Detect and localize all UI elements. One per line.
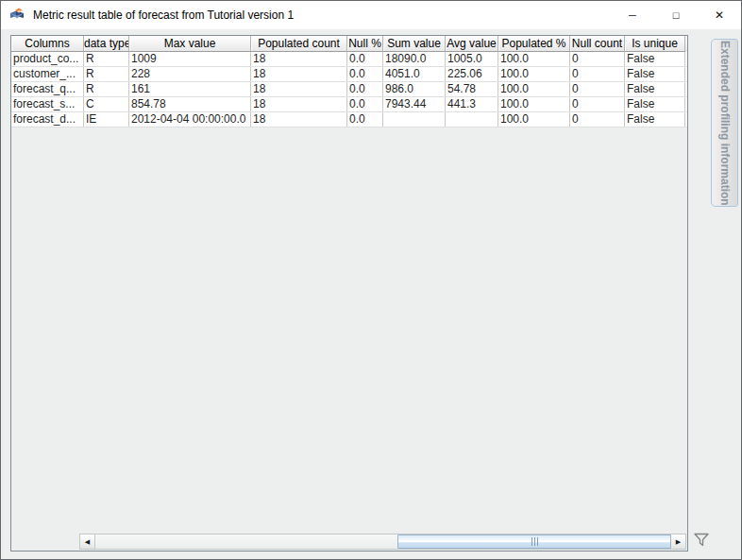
table-cell: 0.0 <box>347 67 383 81</box>
window-controls: ─ □ ✕ <box>611 1 741 29</box>
window-title: Metric result table of forecast from Tut… <box>33 8 294 22</box>
table-body: product_co...R1009180.018090.01005.0100.… <box>11 52 687 127</box>
table-cell: 18 <box>251 82 347 96</box>
table-cell: 0.0 <box>347 112 383 127</box>
table-row[interactable]: product_co...R1009180.018090.01005.0100.… <box>11 52 687 67</box>
table-cell: 0 <box>570 82 625 96</box>
table-cell: 7943.44 <box>383 97 446 111</box>
scroll-right-icon: ▶ <box>676 538 681 546</box>
table-cell: 0.0 <box>347 97 383 111</box>
table-cell <box>383 112 446 127</box>
table-cell: False <box>625 67 685 81</box>
scrollbar-track[interactable] <box>95 535 670 549</box>
table-cell: 18 <box>251 112 347 127</box>
table-cell: R <box>84 52 129 66</box>
table-cell: 18 <box>251 97 347 111</box>
scroll-left-button[interactable]: ◀ <box>80 535 95 549</box>
table-cell: 4051.0 <box>383 67 446 81</box>
table-row[interactable]: forecast_d...IE2012-04-04 00:00:00.0180.… <box>11 112 687 127</box>
maximize-icon: □ <box>673 9 680 21</box>
table-cell <box>446 112 498 127</box>
table-cell: False <box>625 52 685 66</box>
tab-extended-profiling-information[interactable]: Extended profiling information <box>711 39 738 207</box>
maximize-button[interactable]: □ <box>654 1 698 29</box>
funnel-icon <box>693 532 710 549</box>
table-cell: 986.0 <box>383 82 446 96</box>
column-header[interactable]: Null count <box>570 36 625 52</box>
table-cell: C <box>84 97 129 111</box>
table-header-row: Columnsdata typeMax valuePopulated count… <box>11 36 687 52</box>
column-header[interactable]: Max value <box>129 36 251 52</box>
table-cell: customer_... <box>11 67 84 81</box>
titlebar[interactable]: Metric result table of forecast from Tut… <box>1 1 741 29</box>
table-cell: 441.3 <box>446 97 498 111</box>
table-cell: IE <box>84 112 129 127</box>
column-header[interactable]: Columns <box>11 36 84 52</box>
table-cell: 0 <box>570 52 625 66</box>
table-cell: R <box>84 82 129 96</box>
table-cell: False <box>625 112 685 127</box>
table-cell: 1009 <box>129 52 251 66</box>
app-icon <box>8 7 25 24</box>
table-cell: forecast_q... <box>11 82 84 96</box>
table-cell: forecast_s... <box>11 97 84 111</box>
column-header[interactable]: Is unique <box>625 36 685 52</box>
table-cell: 18090.0 <box>383 52 446 66</box>
scrollbar-grip-icon <box>531 537 538 546</box>
column-header[interactable]: Avg value <box>446 36 498 52</box>
table-cell: False <box>625 82 685 96</box>
scroll-left-icon: ◀ <box>85 538 90 546</box>
table-cell: 18 <box>251 67 347 81</box>
table-cell: 228 <box>129 67 251 81</box>
table-cell: 0 <box>570 112 625 127</box>
metric-table-container: Columnsdata typeMax valuePopulated count… <box>10 35 688 552</box>
table-row[interactable]: forecast_s...C854.78180.07943.44441.3100… <box>11 97 687 112</box>
scroll-right-button[interactable]: ▶ <box>670 535 685 549</box>
column-header[interactable]: Populated % <box>498 36 570 52</box>
column-header[interactable]: data type <box>84 36 129 52</box>
column-header[interactable]: Null % <box>347 36 383 52</box>
horizontal-scrollbar[interactable]: ◀ ▶ <box>79 534 686 550</box>
table-cell: 0 <box>570 67 625 81</box>
table-cell: 0.0 <box>347 52 383 66</box>
side-tab-label: Extended profiling information <box>718 41 732 206</box>
table-cell: R <box>84 67 129 81</box>
table-cell: 100.0 <box>498 82 570 96</box>
minimize-button[interactable]: ─ <box>611 1 654 29</box>
table-cell: forecast_d... <box>11 112 84 127</box>
table-cell: 100.0 <box>498 67 570 81</box>
table-cell: 100.0 <box>498 52 570 66</box>
table-cell: 54.78 <box>446 82 498 96</box>
table-cell: 0 <box>570 97 625 111</box>
table-cell: 854.78 <box>129 97 251 111</box>
table-cell: False <box>625 97 685 111</box>
table-cell: 161 <box>129 82 251 96</box>
table-cell: 1005.0 <box>446 52 498 66</box>
scrollbar-thumb[interactable] <box>397 535 671 549</box>
table-cell: 100.0 <box>498 97 570 111</box>
close-button[interactable]: ✕ <box>698 1 741 29</box>
table-cell: product_co... <box>11 52 84 66</box>
minimize-icon: ─ <box>629 9 636 21</box>
table-cell: 225.06 <box>446 67 498 81</box>
table-cell: 100.0 <box>498 112 570 127</box>
table-cell: 0.0 <box>347 82 383 96</box>
table-cell: 2012-04-04 00:00:00.0 <box>129 112 251 127</box>
column-header[interactable]: Sum value <box>383 36 446 52</box>
table-cell: 18 <box>251 52 347 66</box>
dialog-window: Metric result table of forecast from Tut… <box>0 0 742 560</box>
table-row[interactable]: forecast_q...R161180.0986.054.78100.00Fa… <box>11 82 687 97</box>
table-row[interactable]: customer_...R228180.04051.0225.06100.00F… <box>11 67 687 82</box>
column-header[interactable]: Populated count <box>251 36 347 52</box>
filter-button[interactable] <box>691 530 712 551</box>
close-icon: ✕ <box>715 8 724 22</box>
